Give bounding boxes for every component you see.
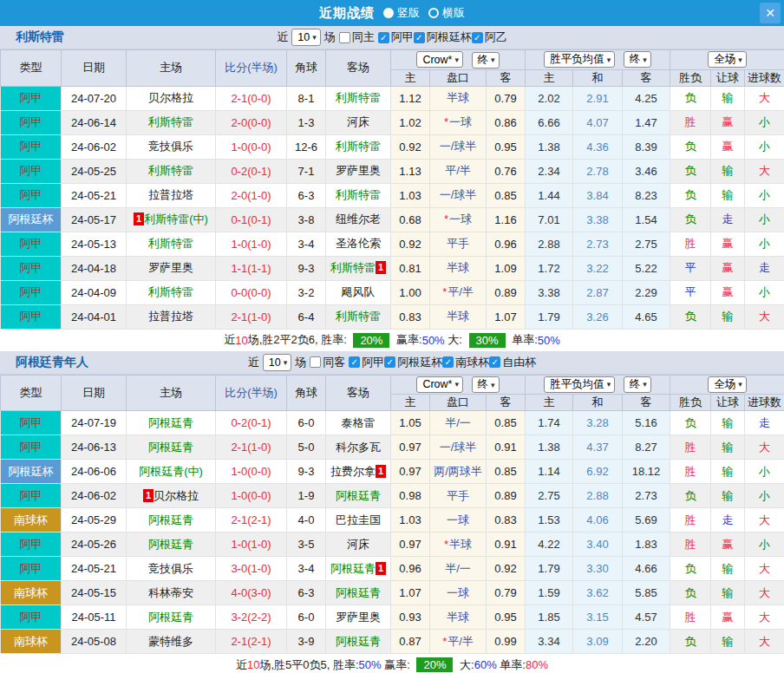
handicap: *一球 — [430, 110, 487, 134]
col-header-date: 日期 — [62, 50, 127, 87]
col-header-avg-home: 主 — [526, 69, 573, 86]
home-team: 阿根廷青 — [127, 605, 216, 630]
odds-home: 1.05 — [391, 411, 430, 435]
result-wdl: 胜 — [670, 533, 711, 557]
score-cell: 3-2(2-2) — [216, 605, 287, 630]
summary-text: 场,胜2平2负6, 胜率: — [248, 332, 350, 348]
league-badge: 阿根廷杯 — [1, 207, 62, 232]
games-count-select[interactable]: 10 ▾ — [291, 29, 320, 46]
chevron-down-icon: ▾ — [491, 381, 495, 389]
league-badge: 阿甲 — [1, 110, 62, 134]
scope-select[interactable]: 全场 ▾ — [708, 51, 747, 68]
result-wdl: 负 — [670, 207, 711, 232]
avg-home: 4.22 — [526, 533, 573, 557]
avg-draw: 3.28 — [573, 411, 623, 435]
corners: 6-3 — [287, 581, 326, 605]
avg-away: 18.12 — [623, 460, 670, 484]
result-goals: 大 — [745, 86, 784, 110]
col-header-handicap: 盘口 — [430, 395, 487, 411]
avg-home: 2.88 — [526, 232, 573, 256]
corners: 3-8 — [287, 207, 326, 232]
avg-draw: 2.87 — [573, 280, 623, 304]
col-header-score: 比分(半场) — [216, 375, 287, 411]
same-venue-checkbox[interactable]: 同主 — [339, 29, 375, 45]
home-team: 罗萨里奥 — [127, 256, 216, 280]
summary-text: 50% — [359, 658, 382, 671]
league-checkbox-3[interactable]: ✓南球杯 — [442, 355, 489, 370]
home-team: 利斯特雷 — [127, 232, 216, 256]
handicap: 半/一 — [430, 411, 487, 435]
avg-final-select[interactable]: 终 ▾ — [624, 51, 651, 68]
col-header-date: 日期 — [62, 375, 127, 411]
avg-home: 1.74 — [526, 411, 573, 435]
match-row: 阿甲24-05-21竞技俱乐3-0(1-0)3-4阿根廷青10.96半/一0.9… — [1, 557, 784, 581]
result-goals: 大 — [745, 557, 784, 581]
away-team: 飓风队 — [326, 280, 391, 304]
full-time-score: 2-1 — [231, 635, 247, 648]
match-date: 24-05-15 — [62, 581, 127, 605]
checkbox-icon — [339, 32, 350, 43]
match-row: 南球杯24-05-29阿根廷青2-1(2-1)4-0巴拉圭国1.03一球0.83… — [1, 508, 784, 533]
avg-draw: 4.07 — [573, 110, 623, 134]
avg-odds-select[interactable]: 胜平负均值 ▾ — [544, 51, 615, 68]
col-header-corner: 角球 — [287, 375, 326, 411]
bookmaker-select[interactable]: Crow* ▾ — [416, 51, 463, 68]
half-time-score: (2-2) — [247, 611, 271, 624]
score-cell: 2-1(0-0) — [216, 86, 287, 110]
result-handicap: 走 — [711, 207, 745, 232]
col-header-type: 类型 — [1, 375, 62, 411]
recommend-star-icon: * — [444, 538, 448, 551]
odds-home: 1.00 — [391, 280, 430, 304]
red-card-badge: 1 — [376, 261, 386, 274]
odds-away: 0.79 — [487, 581, 526, 605]
match-row: 阿甲24-07-19阿根廷青0-2(0-1)6-0泰格雷1.05半/一0.851… — [1, 411, 784, 435]
league-checkbox-1[interactable]: ✓阿甲 — [349, 355, 384, 370]
home-team: 科林蒂安 — [127, 581, 216, 605]
odds-away: 0.89 — [487, 484, 526, 508]
result-goals: 走 — [745, 256, 784, 280]
league-checkbox-2[interactable]: ✓阿根廷杯 — [384, 355, 442, 370]
bookmaker-select[interactable]: Crow* ▾ — [416, 376, 463, 393]
odds-home: 0.97 — [391, 435, 430, 460]
league-checkbox-1[interactable]: ✓阿甲 — [378, 29, 414, 45]
full-time-score: 0-2 — [231, 416, 247, 429]
handicap: 平/半 — [430, 159, 487, 183]
odds-home: 0.96 — [391, 557, 430, 581]
league-checkbox-2[interactable]: ✓阿根廷杯 — [414, 29, 472, 45]
league-checkbox-4[interactable]: ✓自由杯 — [489, 355, 536, 370]
avg-odds-select[interactable]: 胜平负均值 ▾ — [544, 376, 615, 393]
home-team: 蒙特维多 — [127, 630, 216, 654]
result-goals: 小 — [745, 280, 784, 304]
match-row: 阿甲24-05-21拉普拉塔2-0(1-0)6-3利斯特雷1.03一/球半0.8… — [1, 183, 784, 207]
games-suffix-label: 场 — [295, 355, 306, 370]
checkbox-icon — [310, 356, 321, 368]
league-checkbox-3[interactable]: ✓阿乙 — [472, 29, 507, 45]
away-team: 拉费尔拿1 — [326, 460, 391, 484]
avg-final-select[interactable]: 终 ▾ — [624, 376, 651, 393]
handicap: 一/球半 — [430, 183, 487, 207]
close-button[interactable]: ✕ — [760, 3, 781, 23]
match-date: 24-06-02 — [62, 134, 127, 159]
result-wdl: 负 — [670, 581, 711, 605]
odds-final-select[interactable]: 终 ▾ — [472, 376, 500, 393]
red-card-badge: 1 — [143, 489, 154, 502]
layout-vertical-radio[interactable]: 竖版 — [383, 5, 420, 21]
same-venue-checkbox[interactable]: 同客 — [310, 355, 345, 370]
league-badge: 阿甲 — [1, 280, 62, 304]
league-badge: 阿甲 — [1, 533, 62, 557]
odds-home: 0.93 — [391, 605, 430, 630]
odds-final-select[interactable]: 终 ▾ — [472, 52, 500, 69]
league-badge: 南球杯 — [1, 630, 62, 654]
full-time-score: 3-0 — [231, 562, 247, 575]
score-cell: 2-1(1-0) — [216, 304, 287, 329]
result-goals: 大 — [745, 159, 784, 183]
odds-group-header: Crow* ▾ 终 ▾ — [391, 375, 526, 395]
games-count-select[interactable]: 10 ▾ — [263, 354, 291, 371]
layout-horizontal-radio[interactable]: 横版 — [428, 5, 465, 21]
result-wdl: 负 — [670, 134, 711, 159]
full-time-score: 2-1 — [231, 310, 247, 323]
scope-select[interactable]: 全场 ▾ — [708, 376, 747, 393]
result-goals: 大 — [745, 508, 784, 533]
summary-text: 近 — [224, 332, 235, 348]
league-badge: 阿甲 — [1, 256, 62, 280]
